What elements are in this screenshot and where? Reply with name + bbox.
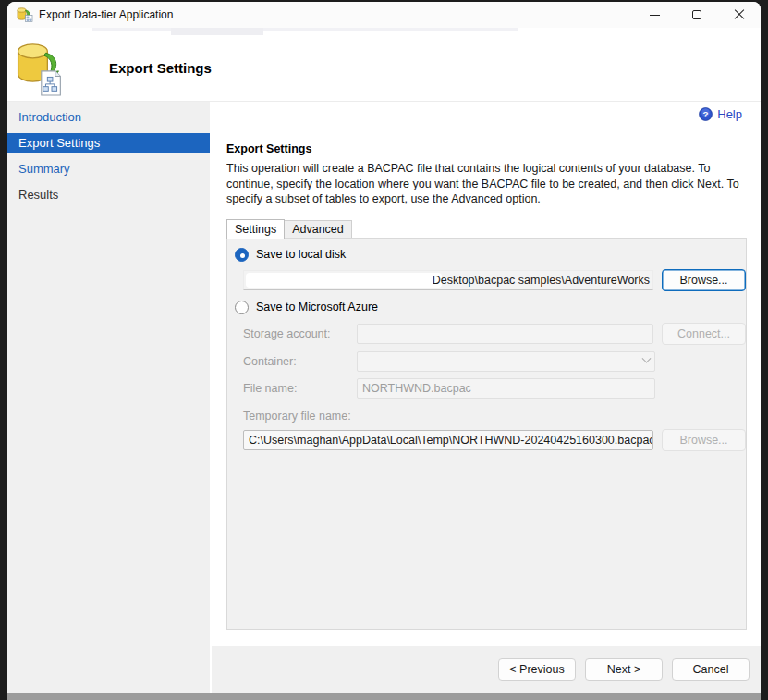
export-settings-content: Export Settings This operation will crea…	[212, 102, 761, 645]
window-controls	[633, 2, 761, 28]
tab-settings[interactable]: Settings	[226, 219, 285, 239]
page-title: Export Settings	[109, 60, 212, 76]
storage-account-row: Storage account: Connect...	[243, 323, 746, 345]
wizard-steps-sidebar: Introduction Export Settings Summary Res…	[7, 102, 210, 693]
file-name-input: NORTHWND.bacpac	[357, 378, 655, 399]
settings-tabstrip: Settings Advanced	[226, 219, 747, 238]
tab-advanced[interactable]: Advanced	[285, 220, 352, 238]
container-dropdown	[357, 351, 655, 372]
wizard-page: ? Help Export Settings This operation wi…	[210, 102, 761, 693]
save-local-label: Save to local disk	[256, 248, 346, 261]
storage-account-input	[357, 324, 653, 344]
database-export-app-icon	[17, 7, 33, 22]
save-local-radio[interactable]	[235, 248, 249, 262]
file-name-row: File name: NORTHWND.bacpac	[243, 378, 746, 399]
window-title: Export Data-tier Application	[39, 8, 173, 21]
cancel-button[interactable]: Cancel	[672, 658, 750, 681]
window-frame: Export Data-tier Application	[0, 0, 768, 700]
temp-file-label: Temporary file name:	[243, 410, 351, 423]
connect-button: Connect...	[662, 323, 746, 345]
maximize-button[interactable]	[676, 2, 718, 28]
local-path-row: Desktop\bacpac samples\AdventureWorks Br…	[243, 269, 746, 291]
section-description: This operation will create a BACPAC file…	[226, 161, 750, 207]
sidebar-item-summary[interactable]: Summary	[7, 159, 210, 178]
save-azure-label: Save to Microsoft Azure	[256, 301, 378, 313]
temp-file-input[interactable]: C:\Users\maghan\AppData\Local\Temp\NORTH…	[243, 430, 653, 450]
help-icon: ?	[699, 107, 713, 121]
container-label: Container:	[243, 355, 357, 368]
minimize-icon	[650, 15, 660, 16]
save-azure-row: Save to Microsoft Azure	[235, 301, 746, 314]
close-button[interactable]	[718, 2, 761, 28]
chevron-down-icon	[642, 354, 652, 363]
local-browse-button[interactable]: Browse...	[662, 269, 746, 291]
titlebar[interactable]: Export Data-tier Application	[7, 2, 761, 28]
temp-file-label-row: Temporary file name:	[243, 410, 746, 423]
maximize-icon	[692, 10, 701, 19]
settings-tab-panel: Save to local disk Desktop\bacpac sample…	[226, 238, 747, 630]
temp-browse-button: Browse...	[662, 429, 746, 451]
save-azure-radio[interactable]	[235, 301, 249, 314]
wizard-header: Export Settings	[7, 35, 761, 102]
container-row: Container:	[243, 351, 746, 372]
previous-button[interactable]: < Previous	[498, 658, 576, 681]
export-dta-wizard-window: Export Data-tier Application	[7, 2, 761, 693]
titlebar-shadow-artifact	[7, 28, 761, 35]
local-path-value: Desktop\bacpac samples\AdventureWorks	[433, 274, 650, 287]
sidebar-item-export-settings[interactable]: Export Settings	[7, 133, 210, 153]
window-bottom-edge	[7, 693, 761, 700]
file-name-label: File name:	[243, 382, 357, 395]
wizard-footer: < Previous Next > Cancel	[212, 645, 761, 693]
temp-file-row: C:\Users\maghan\AppData\Local\Temp\NORTH…	[243, 429, 746, 451]
local-path-input-highlight	[246, 273, 442, 288]
sidebar-item-results: Results	[7, 185, 210, 204]
sidebar-item-introduction[interactable]: Introduction	[7, 107, 210, 127]
local-path-input[interactable]: Desktop\bacpac samples\AdventureWorks	[243, 270, 653, 290]
svg-text:?: ?	[703, 109, 709, 119]
help-label: Help	[717, 107, 742, 121]
help-link[interactable]: ? Help	[699, 107, 742, 121]
minimize-button[interactable]	[633, 2, 676, 28]
close-icon	[734, 9, 745, 20]
next-button[interactable]: Next >	[585, 658, 663, 681]
save-local-row: Save to local disk	[235, 248, 746, 262]
storage-account-label: Storage account:	[243, 327, 357, 340]
export-bacpac-icon	[13, 42, 65, 97]
section-title: Export Settings	[226, 142, 747, 155]
